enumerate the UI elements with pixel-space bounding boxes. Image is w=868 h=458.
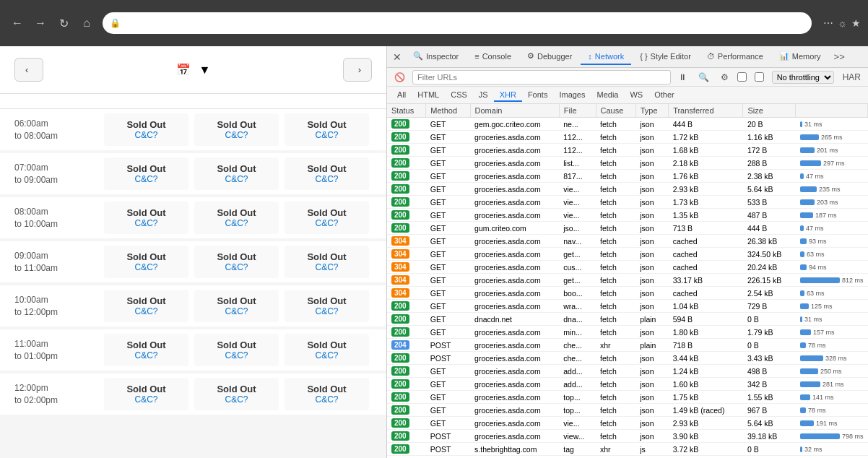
devtools-tab-debugger[interactable]: ⚙ Debugger [520, 48, 579, 65]
table-row[interactable]: 200 POST groceries.asda.com view... fetc… [387, 430, 868, 443]
cc-link[interactable]: C&C? [197, 306, 276, 316]
table-row[interactable]: 200 GET groceries.asda.com add... fetch … [387, 365, 868, 378]
slot-cell-tomorrow[interactable]: Sold Out C&C? [104, 290, 188, 322]
slot-cell-tomorrow[interactable]: Sold Out C&C? [104, 202, 188, 234]
devtools-tab-memory[interactable]: 📊 Memory [772, 48, 828, 65]
slot-cell-sun[interactable]: Sold Out C&C? [194, 246, 279, 278]
month-selector[interactable]: 📅 ▼ [176, 63, 211, 77]
filter-input[interactable] [412, 70, 671, 85]
cc-link[interactable]: C&C? [287, 306, 366, 316]
table-row[interactable]: 200 POST s.thebrighttag.com tag xhr js 3… [387, 443, 868, 456]
slot-cell-tomorrow[interactable]: Sold Out C&C? [104, 334, 188, 366]
star-icon[interactable]: ★ [851, 17, 861, 29]
cc-link[interactable]: C&C? [107, 174, 186, 184]
cc-link[interactable]: C&C? [197, 350, 276, 360]
devtools-tab-style-editor[interactable]: { } Style Editor [633, 48, 698, 65]
type-tab-css[interactable]: CSS [445, 89, 473, 102]
table-row[interactable]: 200 GET groceries.asda.com 112... fetch … [387, 131, 868, 144]
table-row[interactable]: 304 GET groceries.asda.com get... fetch … [387, 274, 868, 287]
type-tab-fonts[interactable]: Fonts [522, 89, 554, 102]
cc-link[interactable]: C&C? [107, 394, 186, 405]
type-tab-other[interactable]: Other [648, 89, 680, 102]
slot-cell-sun[interactable]: Sold Out C&C? [194, 202, 279, 234]
cc-link[interactable]: C&C? [287, 350, 366, 360]
network-table-container[interactable]: StatusMethodDomainFileCauseTypeTransferr… [387, 104, 868, 458]
more-button[interactable]: ⋯ [823, 17, 833, 29]
slot-cell-sun[interactable]: Sold Out C&C? [194, 378, 279, 410]
type-tab-all[interactable]: All [391, 89, 412, 102]
devtools-close-button[interactable]: ✕ [390, 51, 404, 63]
bookmark-icon[interactable]: ☼ [838, 17, 847, 29]
address-bar[interactable]: 🔒 [103, 12, 812, 34]
disable-cache-checkbox[interactable] [755, 72, 766, 82]
cc-link[interactable]: C&C? [107, 262, 186, 272]
throttle-select[interactable]: No throttling [772, 71, 834, 84]
table-row[interactable]: 200 GET groceries.asda.com add... fetch … [387, 378, 868, 391]
table-row[interactable]: 304 GET groceries.asda.com boo... fetch … [387, 287, 868, 300]
table-row[interactable]: 304 GET groceries.asda.com nav... fetch … [387, 235, 868, 248]
table-row[interactable]: 200 GET groceries.asda.com 817... fetch … [387, 170, 868, 183]
clear-button[interactable]: 🚫 [391, 71, 408, 84]
cc-link[interactable]: C&C? [107, 218, 186, 228]
slot-cell-mon[interactable]: Sold Out C&C? [285, 113, 369, 146]
type-tab-html[interactable]: HTML [412, 89, 445, 102]
pause-button[interactable]: ⏸ [675, 71, 690, 84]
table-row[interactable]: 200 GET groceries.asda.com vie... fetch … [387, 183, 868, 196]
cc-link[interactable]: C&C? [197, 218, 276, 228]
slot-cell-tomorrow[interactable]: Sold Out C&C? [104, 157, 188, 190]
table-row[interactable]: 304 GET groceries.asda.com cus... fetch … [387, 261, 868, 274]
table-row[interactable]: 200 GET groceries.asda.com list... fetch… [387, 157, 868, 170]
back-button[interactable]: ← [7, 13, 27, 33]
table-row[interactable]: 200 GET groceries.asda.com top... fetch … [387, 391, 868, 404]
refresh-button[interactable]: ↻ [53, 13, 74, 33]
har-button[interactable]: HAR [840, 71, 864, 84]
cc-link[interactable]: C&C? [287, 394, 366, 405]
table-row[interactable]: 200 GET groceries.asda.com 112... fetch … [387, 144, 868, 157]
cc-link[interactable]: C&C? [287, 262, 366, 272]
table-row[interactable]: 200 GET groceries.asda.com wra... fetch … [387, 300, 868, 313]
home-button[interactable]: ⌂ [77, 13, 97, 33]
devtools-tab-network[interactable]: ↕ Network [581, 48, 631, 65]
slot-cell-sun[interactable]: Sold Out C&C? [194, 334, 279, 366]
forward-button[interactable]: → [30, 13, 51, 33]
table-row[interactable]: 200 GET groceries.asda.com top... fetch … [387, 404, 868, 417]
cc-link[interactable]: C&C? [107, 350, 186, 360]
table-row[interactable]: 200 GET gem.goc.criteo.com ne... fetch j… [387, 118, 868, 131]
slot-cell-mon[interactable]: Sold Out C&C? [285, 157, 369, 190]
cc-link[interactable]: C&C? [287, 174, 366, 184]
slot-cell-sun[interactable]: Sold Out C&C? [194, 113, 279, 146]
type-tab-xhr[interactable]: XHR [494, 89, 522, 102]
type-tab-ws[interactable]: WS [624, 89, 648, 102]
cc-link[interactable]: C&C? [197, 130, 276, 140]
slot-cell-sun[interactable]: Sold Out C&C? [194, 290, 279, 322]
type-tab-media[interactable]: Media [591, 89, 624, 102]
table-row[interactable]: 200 GET dnacdn.net dna... fetch plain 59… [387, 313, 868, 326]
slot-cell-tomorrow[interactable]: Sold Out C&C? [104, 246, 188, 278]
cc-link[interactable]: C&C? [287, 218, 366, 228]
table-row[interactable]: 204 POST groceries.asda.com che... xhr p… [387, 339, 868, 352]
table-row[interactable]: 200 GET groceries.asda.com vie... fetch … [387, 196, 868, 209]
prev-slots-button[interactable]: ‹ [14, 58, 43, 82]
settings-button[interactable]: ⚙ [718, 71, 732, 84]
cc-link[interactable]: C&C? [197, 394, 276, 405]
slot-cell-mon[interactable]: Sold Out C&C? [285, 290, 369, 322]
table-row[interactable]: 200 GET gum.criteo.com jso... fetch json… [387, 222, 868, 235]
table-row[interactable]: 304 GET groceries.asda.com get... fetch … [387, 248, 868, 261]
devtools-more-button[interactable]: >> [831, 51, 848, 62]
cc-link[interactable]: C&C? [287, 130, 366, 140]
type-tab-images[interactable]: Images [553, 89, 591, 102]
slot-cell-mon[interactable]: Sold Out C&C? [285, 202, 369, 234]
table-row[interactable]: 200 GET groceries.asda.com min... fetch … [387, 326, 868, 339]
cc-link[interactable]: C&C? [107, 130, 186, 140]
persist-logs-checkbox[interactable] [737, 72, 749, 82]
cc-link[interactable]: C&C? [197, 174, 276, 184]
devtools-tab-performance[interactable]: ⏱ Performance [700, 48, 771, 65]
slot-cell-mon[interactable]: Sold Out C&C? [285, 378, 369, 410]
cc-link[interactable]: C&C? [197, 262, 276, 272]
slot-cell-tomorrow[interactable]: Sold Out C&C? [104, 378, 188, 410]
slot-cell-sun[interactable]: Sold Out C&C? [194, 157, 279, 190]
slot-cell-mon[interactable]: Sold Out C&C? [285, 334, 369, 366]
slot-cell-mon[interactable]: Sold Out C&C? [285, 246, 369, 278]
devtools-tab-inspector[interactable]: 🔍 Inspector [406, 48, 466, 65]
devtools-tab-console[interactable]: ≡ Console [467, 48, 518, 65]
